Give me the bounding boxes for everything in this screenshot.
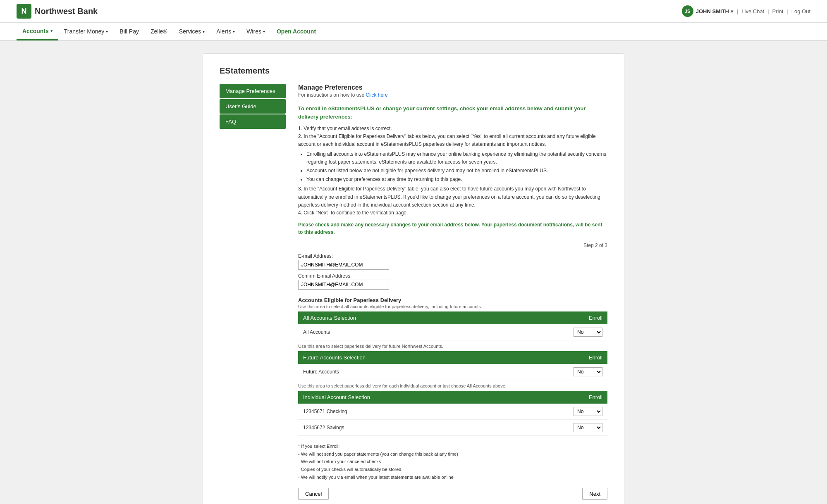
content-subtitle: For instructions on how to use Click her…: [298, 92, 607, 98]
user-name[interactable]: JOHN SMITH: [696, 8, 729, 14]
log-out-link[interactable]: Log Out: [791, 8, 810, 14]
sidebar-item-users-guide[interactable]: User's Guide: [220, 99, 286, 114]
table-row: 12345672 Savings No Yes: [298, 420, 607, 436]
individual-accounts-subtext: Use this area to select paperless delive…: [298, 383, 607, 388]
sidebar: Manage Preferences User's Guide FAQ: [220, 84, 286, 500]
all-accounts-row-label: All Accounts: [298, 324, 489, 340]
table-row: 12345671 Checking No Yes: [298, 404, 607, 420]
future-accounts-table-header-label: Future Accounts Selection: [298, 351, 500, 364]
click-here-link[interactable]: Click here: [366, 92, 387, 98]
nav-item-transfer-money[interactable]: Transfer Money ▾: [58, 22, 114, 40]
email-input[interactable]: [298, 260, 389, 270]
account-row-label: 12345672 Savings: [298, 420, 504, 436]
separator-2: |: [767, 8, 769, 14]
sidebar-item-manage-preferences[interactable]: Manage Preferences: [220, 84, 286, 98]
individual-accounts-table-header-enroll: Enroll: [504, 391, 607, 404]
nav-alerts-chevron: ▾: [233, 29, 235, 34]
content-heading: Manage Preferences: [298, 84, 607, 91]
all-accounts-row-select-cell: No Yes: [489, 324, 607, 340]
all-accounts-subtext: Use this area to select all accounts eli…: [298, 304, 607, 309]
nav-item-bill-pay[interactable]: Bill Pay: [114, 22, 145, 40]
footer-note-item: - We will not send you paper statements …: [298, 450, 607, 458]
future-accounts-row-select-cell: No Yes: [500, 364, 607, 380]
nav-item-zelle[interactable]: Zelle®: [145, 22, 173, 40]
nav-transfer-label: Transfer Money: [64, 28, 105, 35]
email-label: E-mail Address:: [298, 253, 607, 259]
future-accounts-row: Future Accounts No Yes: [298, 364, 607, 380]
nav-item-accounts[interactable]: Accounts ▾: [17, 22, 58, 40]
separator-3: |: [786, 8, 788, 14]
future-accounts-table-header-enroll: Enroll: [500, 351, 607, 364]
all-accounts-table: All Accounts Selection Enroll All Accoun…: [298, 311, 607, 340]
future-accounts-select[interactable]: No Yes: [574, 367, 602, 376]
all-accounts-select[interactable]: No Yes: [574, 328, 602, 337]
top-header: N Northwest Bank JS JOHN SMITH ▾ | Live …: [0, 0, 827, 23]
footer-notes-items: - We will not send you paper statements …: [298, 450, 607, 481]
footer-note-item: - We will notify you via email when your…: [298, 473, 607, 481]
print-link[interactable]: Print: [772, 8, 784, 14]
nav-services-chevron: ▾: [203, 29, 205, 34]
nav-item-alerts[interactable]: Alerts ▾: [210, 22, 241, 40]
instructions-list: Enrolling all accounts into eStatementsP…: [306, 150, 607, 184]
instructions-block: 1. Verify that your email address is cor…: [298, 125, 607, 217]
live-chat-link[interactable]: Live Chat: [741, 8, 764, 14]
intro-green-text: To enroll in eStatementsPLUS or change y…: [298, 105, 607, 121]
all-accounts-row: All Accounts No Yes: [298, 324, 607, 340]
footer-notes-title: * If you select Enroll:: [298, 442, 607, 450]
confirm-email-input[interactable]: [298, 280, 389, 290]
future-accounts-row-label: Future Accounts: [298, 364, 500, 380]
notice-green-text: Please check and make any necessary chan…: [298, 221, 607, 236]
confirm-email-label: Confirm E-mail Address:: [298, 273, 607, 279]
logo-text: Northwest Bank: [35, 7, 98, 16]
nav-open-account-label: Open Account: [277, 28, 316, 35]
user-actions: JS JOHN SMITH ▾ | Live Chat | Print | Lo…: [682, 5, 810, 17]
individual-accounts-table-header-label: Individual Account Selection: [298, 391, 504, 404]
page-wrapper: EStatements Manage Preferences User's Gu…: [186, 53, 641, 504]
account-row-select-cell: No Yes: [504, 420, 607, 436]
layout-flex: Manage Preferences User's Guide FAQ Mana…: [220, 84, 607, 500]
button-row: Cancel Next: [298, 488, 607, 500]
nav-item-open-account[interactable]: Open Account: [271, 22, 322, 40]
next-button[interactable]: Next: [582, 488, 607, 500]
footer-notes-block: * If you select Enroll: - We will not se…: [298, 442, 607, 481]
content-card: EStatements Manage Preferences User's Gu…: [203, 53, 624, 504]
future-accounts-table: Future Accounts Selection Enroll Future …: [298, 351, 607, 380]
nav-alerts-label: Alerts: [216, 28, 231, 35]
nav-wires-chevron: ▾: [263, 29, 265, 34]
all-accounts-table-header-enroll: Enroll: [489, 311, 607, 324]
cancel-button[interactable]: Cancel: [298, 488, 329, 500]
nav-services-label: Services: [179, 28, 201, 35]
nav-accounts-label: Accounts: [22, 28, 49, 34]
sidebar-item-faq[interactable]: FAQ: [220, 114, 286, 129]
account-row-label: 12345671 Checking: [298, 404, 504, 420]
account-select[interactable]: No Yes: [574, 423, 602, 432]
user-dropdown-chevron[interactable]: ▾: [731, 8, 734, 14]
footer-note-item: - Copies of your checks will automatical…: [298, 466, 607, 473]
all-accounts-section-header: Accounts Eligible for Paperless Delivery: [298, 297, 607, 303]
step-indicator: Step 2 of 3: [298, 242, 607, 248]
email-field-group: E-mail Address:: [298, 253, 607, 270]
nav-transfer-chevron: ▾: [106, 29, 108, 34]
main-content: Manage Preferences For instructions on h…: [286, 84, 607, 500]
nav-billpay-label: Bill Pay: [120, 28, 139, 35]
nav-accounts-chevron: ▾: [50, 29, 53, 33]
nav-wires-label: Wires: [246, 28, 261, 35]
account-row-select-cell: No Yes: [504, 404, 607, 420]
page-title: EStatements: [220, 66, 607, 76]
separator-1: |: [737, 8, 738, 14]
user-badge: JS: [682, 5, 693, 17]
logo-area: N Northwest Bank: [17, 4, 98, 19]
account-select[interactable]: No Yes: [574, 407, 602, 416]
footer-note-item: - We will not return your canceled check…: [298, 458, 607, 466]
nav-item-wires[interactable]: Wires ▾: [241, 22, 271, 40]
confirm-email-field-group: Confirm E-mail Address:: [298, 273, 607, 290]
nav-zelle-label: Zelle®: [151, 28, 167, 35]
logo-icon: N: [17, 4, 31, 19]
main-nav: Accounts ▾ Transfer Money ▾ Bill Pay Zel…: [0, 23, 827, 41]
nav-item-services[interactable]: Services ▾: [173, 22, 211, 40]
all-accounts-table-header-label: All Accounts Selection: [298, 311, 489, 324]
future-accounts-subtext: Use this area to select paperless delive…: [298, 344, 607, 349]
individual-accounts-table: Individual Account Selection Enroll 1234…: [298, 391, 607, 436]
